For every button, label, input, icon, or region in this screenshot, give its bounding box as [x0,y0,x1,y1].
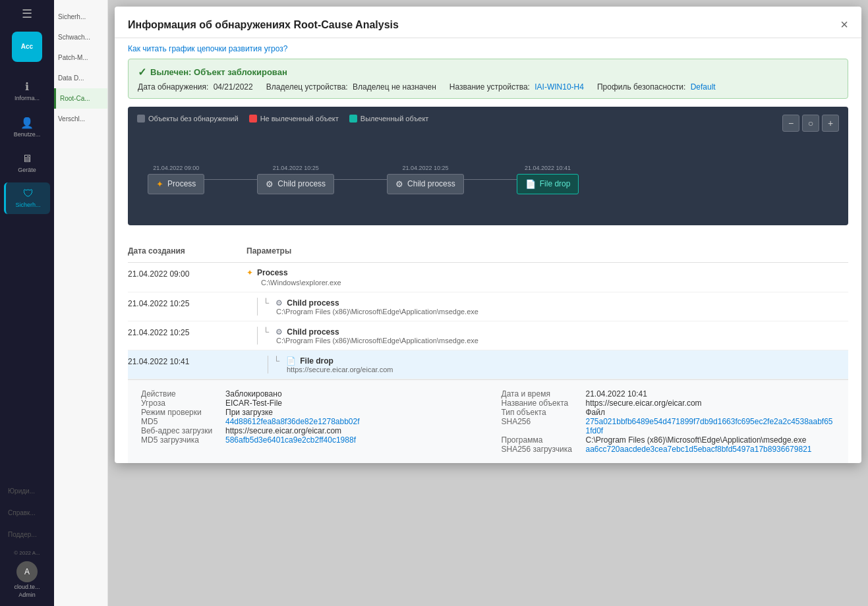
info-icon: ℹ [25,80,29,93]
sidebar-item-informa[interactable]: ℹ Informa... [4,75,50,107]
detail-label-scan-mode: Режим проверки [141,408,220,417]
sidebar-item-label: Informa... [14,95,40,102]
process-node-0: 21.04.2022 09:00 ✦ Process [148,165,204,194]
detail-right-col: Дата и время 21.04.2022 10:41 Название о… [502,389,836,454]
secondary-item-datad[interactable]: Data D... [54,68,107,88]
modal-close-button[interactable]: × [840,17,848,32]
param-path-2: C:\Program Files (x86)\Microsoft\Edge\Ap… [276,337,848,344]
md5-link[interactable]: 44d88612fea8a8f36de82e1278abb02f [225,417,360,426]
param-row-1: └ ⚙ Child process [263,298,848,308]
process-node-box-0[interactable]: ✦ Process [148,174,204,194]
detail-label-sha256: SHA256 [502,417,581,426]
shield-icon: 🛡 [23,188,34,200]
legend-no-detect: Объекты без обнаружений [137,115,239,123]
legend-grey-box [137,115,145,123]
alert-device: Название устройства: IAI-WIN10-H4 [449,82,584,92]
modal-dialog: Информация об обнаружениях Root-Cause An… [115,7,861,463]
legend-red-box [249,115,257,123]
user-avatar: A [16,561,38,582]
detail-value-datetime: 21.04.2022 10:41 [586,389,836,399]
alert-title: ✓ Вылечен: Объект заблокирован [138,66,838,78]
main-content: Sicherh... Schwach... Patch-M... Data D.… [54,0,868,606]
zoom-out-button[interactable]: − [782,115,799,132]
secondary-item-schwach[interactable]: Schwach... [54,27,107,47]
process-node-box-1[interactable]: ⚙ Child process [257,174,334,194]
param-path-0: C:\Windows\explorer.exe [261,279,848,287]
date-label: Дата обнаружения: [138,82,208,92]
sidebar-item-sicherheit[interactable]: 🛡 Sicherh... [4,182,50,214]
detail-value-web-addr: https://secure.eicar.org/eicar.com [225,426,475,435]
detail-panel: Действие Заблокировано Угроза EICAR-Test… [128,379,848,463]
node-timestamp-0: 21.04.2022 09:00 [153,165,199,171]
chain-graph-link[interactable]: Как читать график цепочки развития угроз… [128,44,287,53]
detail-row-action: Действие Заблокировано [141,389,475,399]
detail-value-sha256: 275a021bbfb6489e54d471899f7db9d1663fc695… [586,417,836,435]
detail-row-threat: Угроза EICAR-Test-File [141,399,475,408]
table-row-child1: 21.04.2022 10:25 └ ⚙ Child process C [128,292,848,321]
process-node-2: 21.04.2022 10:25 ⚙ Child process [387,165,464,194]
user-name: cloud.te... [14,584,40,590]
param-path-3: https://secure.eicar.org/eicar.com [287,366,848,373]
detail-value-obj-name: https://secure.eicar.org/eicar.com [586,399,836,408]
secondary-item-sicherh[interactable]: Sicherh... [54,7,107,27]
detail-label-threat: Угроза [141,399,220,408]
secondary-sidebar: Sicherh... Schwach... Patch-M... Data D.… [54,0,108,606]
md5-loader-link[interactable]: 586afb5d3e6401ca9e2cb2ff40c1988f [225,435,356,445]
detail-row-sha256: SHA256 275a021bbfb6489e54d471899f7db9d16… [502,417,836,435]
zoom-reset-button[interactable]: ○ [802,115,819,132]
process-node-box-3[interactable]: 📄 File drop [517,174,579,194]
process-icon-1: ⚙ [266,179,274,189]
process-icon-2: ⚙ [395,179,403,189]
detail-row-scan-mode: Режим проверки При загрузке [141,408,475,417]
col-params-header: Параметры [246,246,848,256]
sidebar-bottom: Юриди... Справк... Поддер... © 2022 A...… [0,481,54,606]
secondary-item-verschl[interactable]: Verschl... [54,109,107,129]
sidebar-item-label: Benutze... [14,131,41,138]
copyright-text: © 2022 A... [11,550,43,556]
profile-label: Профиль безопасности: [597,82,685,92]
table-header: Дата создания Параметры [128,240,848,263]
profile-value-link[interactable]: Default [691,82,716,92]
sidebar-item-benutzer[interactable]: 👤 Benutze... [4,111,50,144]
secondary-item-rootca[interactable]: Root-Ca... [54,88,107,109]
alert-title-text: Вылечен: Объект заблокирован [150,67,287,77]
table-row-child2: 21.04.2022 10:25 └ ⚙ Child process C [128,321,848,350]
alert-profile: Профиль безопасности: Default [597,82,716,92]
bottom-podder[interactable]: Поддер... [4,524,50,545]
detail-row-md5-loader: MD5 загрузчика 586afb5d3e6401ca9e2cb2ff4… [141,435,475,445]
graph-area: Объекты без обнаружений Не вылеченный об… [128,107,848,225]
bottom-juridi[interactable]: Юриди... [4,481,50,501]
detail-label-web-addr: Веб-адрес загрузки [141,426,220,435]
process-node-box-2[interactable]: ⚙ Child process [387,174,464,194]
row-date-1: 21.04.2022 10:25 [128,298,246,308]
tree-connector-3: └ [274,356,279,366]
param-icon-0: ✦ [246,268,253,277]
date-value: 04/21/2022 [214,82,253,92]
user-role: Admin [18,592,36,598]
param-label-0: Process [257,268,288,277]
sidebar-item-geraete[interactable]: 🖥 Geräte [4,148,50,179]
detail-row-md5: MD5 44d88612fea8a8f36de82e1278abb02f [141,417,475,426]
alert-details: Дата обнаружения: 04/21/2022 Владелец ус… [138,82,838,92]
hamburger-icon[interactable]: ☰ [22,7,32,21]
detail-row-obj-type: Тип объекта Файл [502,408,836,417]
zoom-in-button[interactable]: + [822,115,839,132]
user-profile[interactable]: A cloud.te... Admin [14,561,40,598]
tree-connector-1: └ [263,298,269,308]
col-date-header: Дата создания [128,246,246,256]
param-icon-3: 📄 [286,356,296,366]
alert-owner: Владелец устройства: Владелец не назначе… [266,82,436,92]
secondary-item-patch[interactable]: Patch-M... [54,47,107,68]
detail-value-scan-mode: При загрузке [225,408,475,417]
detail-label-md5-loader: MD5 загрузчика [141,435,220,445]
sha256-loader-link[interactable]: aa6cc720aacdede3cea7ebc1d5ebacf8bfd5497a… [586,445,812,454]
bottom-spravk[interactable]: Справк... [4,503,50,523]
legend-not-cured: Не вылеченный объект [249,115,339,123]
row-params-3: └ 📄 File drop https://secure.eicar.org/e… [246,356,848,373]
device-value-link[interactable]: IAI-WIN10-H4 [535,82,584,92]
sha256-link[interactable]: 275a021bbfb6489e54d471899f7db9d1663fc695… [586,417,833,435]
detail-label-program: Программа [502,435,581,445]
detail-label-datetime: Дата и время [502,389,581,399]
owner-value: Владелец не назначен [353,82,436,92]
legend-no-detect-label: Объекты без обнаружений [148,115,239,123]
